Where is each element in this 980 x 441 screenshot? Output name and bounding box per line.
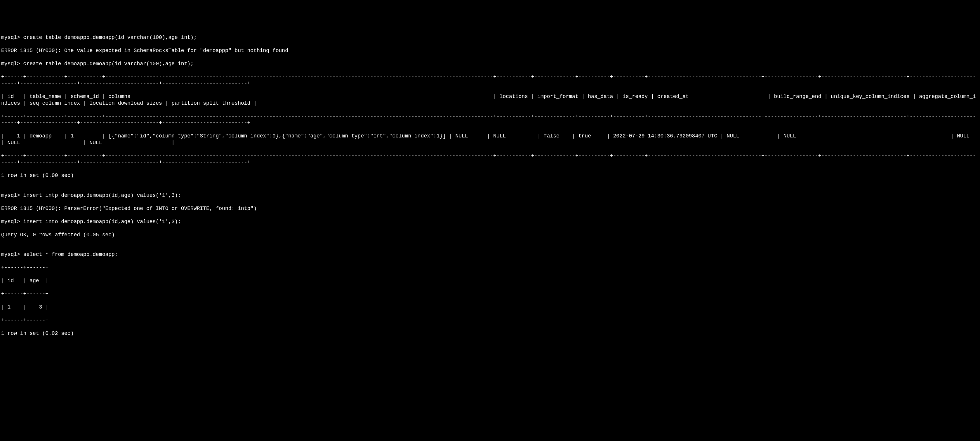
terminal-line: +------+------------+-----------+-------…	[1, 153, 979, 166]
terminal-line: 1 row in set (0.02 sec)	[1, 330, 979, 337]
terminal-line: +------+------------+-----------+-------…	[1, 113, 979, 126]
terminal-line: 1 row in set (0.00 sec)	[1, 172, 979, 179]
terminal-line: mysql> insert into demoapp.demoapp(id,ag…	[1, 219, 979, 225]
terminal-line: mysql> select * from demoapp.demoapp;	[1, 251, 979, 258]
terminal-line: +------+------+	[1, 264, 979, 271]
terminal-line: mysql> insert intp demoapp.demoapp(id,ag…	[1, 192, 979, 199]
terminal-line: ERROR 1815 (HY000): One value expected i…	[1, 47, 979, 54]
terminal-output[interactable]: mysql> create table demoappp.demoapp(id …	[1, 27, 979, 344]
terminal-line: +------+------+	[1, 291, 979, 297]
terminal-line: | id | table_name | schema_id | columns …	[1, 93, 979, 107]
terminal-line: mysql> create table demoappp.demoapp(id …	[1, 34, 979, 41]
terminal-line: | 1 | 3 |	[1, 304, 979, 311]
terminal-line: | id | age |	[1, 278, 979, 284]
terminal-line: | 1 | demoapp | 1 | [{"name":"id","colum…	[1, 133, 979, 146]
terminal-line: ERROR 1815 (HY000): ParserError("Expecte…	[1, 205, 979, 212]
terminal-line: Query OK, 0 rows affected (0.05 sec)	[1, 232, 979, 238]
terminal-line: +------+------+	[1, 317, 979, 324]
terminal-line: mysql> create table demoapp.demoapp(id v…	[1, 61, 979, 67]
terminal-line: +------+------------+-----------+-------…	[1, 74, 979, 87]
